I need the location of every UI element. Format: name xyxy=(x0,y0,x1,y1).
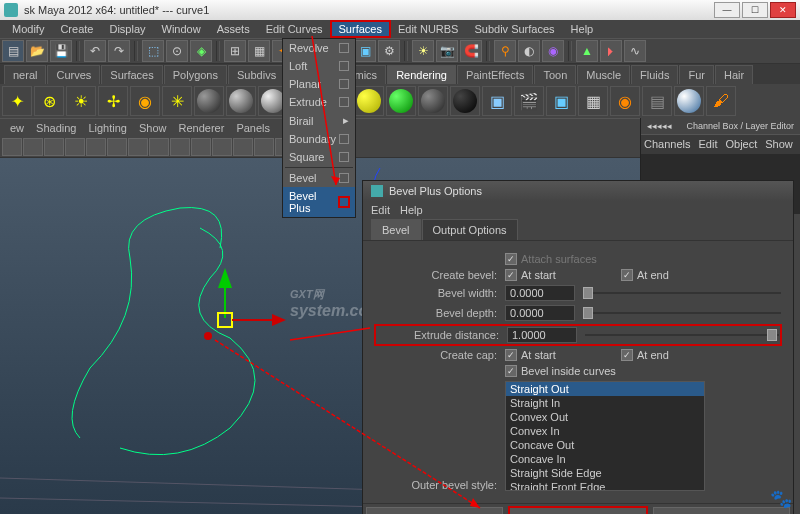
tab-polygons[interactable]: Polygons xyxy=(164,65,227,84)
pm-show[interactable]: Show xyxy=(133,120,173,136)
tab-fluids[interactable]: Fluids xyxy=(631,65,678,84)
mat-yellow-icon[interactable] xyxy=(354,86,384,116)
shelf-joint-icon[interactable]: ◐ xyxy=(518,40,540,62)
menu-create[interactable]: Create xyxy=(52,21,101,37)
paint-icon[interactable]: 🖌 xyxy=(706,86,736,116)
chk-attach[interactable]: ✓ xyxy=(505,253,517,265)
inp-extrude-dist[interactable] xyxy=(507,327,577,343)
light-area-icon[interactable]: ✢ xyxy=(98,86,128,116)
pt-13[interactable] xyxy=(254,138,274,156)
menu-edit-nurbs[interactable]: Edit NURBS xyxy=(390,21,467,37)
tab-painteffects[interactable]: PaintEffects xyxy=(457,65,534,84)
render-icon[interactable]: 🎬 xyxy=(514,86,544,116)
lb-item-5[interactable]: Concave In xyxy=(506,452,704,466)
shelf-camera-icon[interactable]: 📷 xyxy=(436,40,458,62)
minimize-button[interactable]: — xyxy=(714,2,740,18)
pt-6[interactable] xyxy=(107,138,127,156)
dd-planar[interactable]: Planar xyxy=(283,75,355,93)
pt-4[interactable] xyxy=(65,138,85,156)
shelf-ipr-icon[interactable]: ▣ xyxy=(354,40,376,62)
mat-chrome-icon[interactable] xyxy=(674,86,704,116)
chk-bevel-end[interactable]: ✓ xyxy=(621,269,633,281)
pm-lighting[interactable]: Lighting xyxy=(82,120,133,136)
lb-item-1[interactable]: Straight In xyxy=(506,396,704,410)
shelf-select-icon[interactable]: ⬚ xyxy=(142,40,164,62)
tab-surfaces[interactable]: Surfaces xyxy=(101,65,162,84)
lb-item-3[interactable]: Convex In xyxy=(506,424,704,438)
pt-9[interactable] xyxy=(170,138,190,156)
btn-bevel[interactable]: Bevel xyxy=(366,507,503,514)
light-amb-icon[interactable]: ✳ xyxy=(162,86,192,116)
tab-curves[interactable]: Curves xyxy=(47,65,100,84)
dd-birail[interactable]: Birail▸ xyxy=(283,111,355,130)
shelf-redo-icon[interactable]: ↷ xyxy=(108,40,130,62)
shelf-lasso-icon[interactable]: ⊙ xyxy=(166,40,188,62)
lb-item-6[interactable]: Straight Side Edge xyxy=(506,466,704,480)
shelf-deform-icon[interactable]: ▲ xyxy=(576,40,598,62)
pm-shading[interactable]: Shading xyxy=(30,120,82,136)
lb-item-2[interactable]: Convex Out xyxy=(506,410,704,424)
pt-10[interactable] xyxy=(191,138,211,156)
tab-fur[interactable]: Fur xyxy=(679,65,714,84)
dlg-tab-output[interactable]: Output Options xyxy=(422,219,518,240)
tab-subdivs[interactable]: Subdivs xyxy=(228,65,285,84)
sld-extrude-dist[interactable] xyxy=(585,328,779,342)
cb-tab-show[interactable]: Show xyxy=(765,138,793,151)
dd-loft[interactable]: Loft xyxy=(283,57,355,75)
pm-view[interactable]: ew xyxy=(4,120,30,136)
lb-item-4[interactable]: Concave Out xyxy=(506,438,704,452)
chk-cap-start[interactable]: ✓ xyxy=(505,349,517,361)
menu-subdiv-surfaces[interactable]: Subdiv Surfaces xyxy=(466,21,562,37)
pt-12[interactable] xyxy=(233,138,253,156)
shelf-undo-icon[interactable]: ↶ xyxy=(84,40,106,62)
light-spot-icon[interactable]: ✦ xyxy=(2,86,32,116)
pt-3[interactable] xyxy=(44,138,64,156)
light-dir-icon[interactable]: ☀ xyxy=(66,86,96,116)
menu-modify[interactable]: Modify xyxy=(4,21,52,37)
close-button[interactable]: ✕ xyxy=(770,2,796,18)
dd-square[interactable]: Square xyxy=(283,148,355,166)
menu-surfaces[interactable]: Surfaces xyxy=(331,21,390,37)
shelf-mask-icon[interactable]: ◈ xyxy=(190,40,212,62)
mat-lambert-icon[interactable] xyxy=(194,86,224,116)
menu-window[interactable]: Window xyxy=(154,21,209,37)
shelf-magnet-icon[interactable]: 🧲 xyxy=(460,40,482,62)
mat-blinn-icon[interactable] xyxy=(226,86,256,116)
texture-icon[interactable]: ▤ xyxy=(642,86,672,116)
shelf-save-icon[interactable]: 💾 xyxy=(50,40,72,62)
pt-5[interactable] xyxy=(86,138,106,156)
shelf-settings-icon[interactable]: ⚙ xyxy=(378,40,400,62)
mat-green-icon[interactable] xyxy=(386,86,416,116)
cb-tab-object[interactable]: Object xyxy=(725,138,757,151)
inp-bevel-width[interactable] xyxy=(505,285,575,301)
render-view-icon[interactable]: ▣ xyxy=(482,86,512,116)
dlg-menu-edit[interactable]: Edit xyxy=(371,204,390,216)
shelf-new-icon[interactable]: ▤ xyxy=(2,40,24,62)
maximize-button[interactable]: ☐ xyxy=(742,2,768,18)
pt-7[interactable] xyxy=(128,138,148,156)
lb-item-7[interactable]: Straight Front Edge xyxy=(506,480,704,491)
shelf-snap-icon[interactable]: ⊞ xyxy=(224,40,246,62)
inp-bevel-depth[interactable] xyxy=(505,305,575,321)
shelf-open-icon[interactable]: 📂 xyxy=(26,40,48,62)
dialog-titlebar[interactable]: Bevel Plus Options xyxy=(363,181,793,201)
shelf-anim-icon[interactable]: ⏵ xyxy=(600,40,622,62)
chk-bevel-start[interactable]: ✓ xyxy=(505,269,517,281)
chk-cap-end[interactable]: ✓ xyxy=(621,349,633,361)
shelf-light-icon[interactable]: ☀ xyxy=(412,40,434,62)
batch-icon[interactable]: ▦ xyxy=(578,86,608,116)
tab-hair[interactable]: Hair xyxy=(715,65,753,84)
btn-apply[interactable]: Apply xyxy=(509,507,646,514)
shelf-graph-icon[interactable]: ∿ xyxy=(624,40,646,62)
pt-1[interactable] xyxy=(2,138,22,156)
hypershade-icon[interactable]: ◉ xyxy=(610,86,640,116)
ipr-icon[interactable]: ▣ xyxy=(546,86,576,116)
listbox-outer-style[interactable]: Straight Out Straight In Convex Out Conv… xyxy=(505,381,705,491)
sld-bevel-width[interactable] xyxy=(583,286,781,300)
dd-extrude[interactable]: Extrude xyxy=(283,93,355,111)
dlg-menu-help[interactable]: Help xyxy=(400,204,423,216)
dd-revolve[interactable]: Revolve xyxy=(283,39,355,57)
tab-general[interactable]: neral xyxy=(4,65,46,84)
dd-boundary[interactable]: Boundary xyxy=(283,130,355,148)
dd-bevel-plus[interactable]: Bevel Plus xyxy=(283,187,355,217)
